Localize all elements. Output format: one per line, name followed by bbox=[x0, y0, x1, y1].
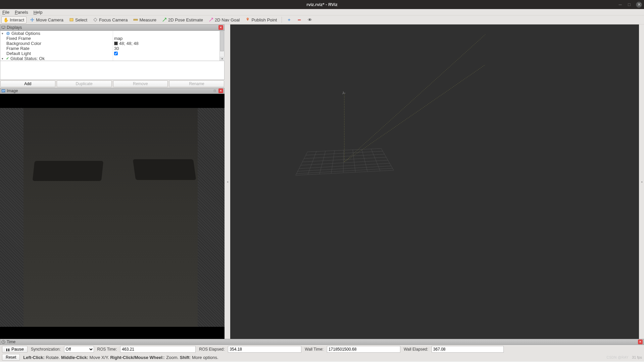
wall-time-label: Wall Time: bbox=[305, 347, 324, 352]
menu-panels[interactable]: Panels bbox=[15, 10, 28, 15]
add-button[interactable]: Add bbox=[0, 80, 55, 87]
maximize-icon[interactable]: □ bbox=[627, 2, 632, 7]
image-detach-icon[interactable]: □ bbox=[212, 88, 217, 93]
color-swatch[interactable] bbox=[114, 42, 118, 45]
splitter-left[interactable] bbox=[225, 24, 230, 339]
tree-default-light-label: Default Light bbox=[6, 51, 31, 56]
wall-elapsed-field[interactable] bbox=[432, 346, 504, 353]
svg-line-18 bbox=[308, 151, 316, 175]
time-panel-title: Time bbox=[7, 340, 637, 344]
tool-2d-nav-goal[interactable]: 2D Nav Goal bbox=[206, 16, 242, 23]
splitter-right[interactable] bbox=[639, 24, 644, 339]
svg-line-25 bbox=[381, 148, 394, 170]
tool-focus-camera-label: Focus Camera bbox=[99, 17, 128, 22]
svg-point-1 bbox=[94, 18, 97, 21]
ros-time-label: ROS Time: bbox=[97, 347, 117, 352]
globe-icon bbox=[6, 32, 10, 36]
image-icon bbox=[1, 89, 5, 93]
svg-line-27 bbox=[344, 35, 485, 162]
tree-bg-color-value[interactable]: 48; 48; 48 bbox=[119, 41, 139, 46]
tool-minus[interactable]: ━ bbox=[295, 16, 304, 23]
tool-2d-pose-estimate[interactable]: 2D Pose Estimate bbox=[160, 16, 205, 23]
tool-focus-camera[interactable]: Focus Camera bbox=[91, 16, 130, 23]
window-title: rviz.rviz* - RViz bbox=[306, 2, 338, 7]
wall-time-field[interactable] bbox=[327, 346, 400, 353]
clock-icon bbox=[1, 340, 5, 344]
menubar: File Panels Help bbox=[0, 9, 644, 15]
tree-frame-rate-value[interactable]: 30 bbox=[114, 46, 119, 51]
time-close-icon[interactable]: ✕ bbox=[638, 340, 643, 344]
image-viewport[interactable] bbox=[0, 94, 225, 339]
menu-help[interactable]: Help bbox=[34, 10, 43, 15]
ros-elapsed-field[interactable] bbox=[228, 346, 301, 353]
window-titlebar: rviz.rviz* - RViz ─ □ ✕ bbox=[0, 0, 644, 9]
tree-scrollbar[interactable]: ▾ bbox=[219, 31, 224, 61]
expand-icon[interactable]: ▾ bbox=[2, 32, 5, 35]
hand-icon: ✋ bbox=[4, 17, 8, 22]
tool-select[interactable]: Select bbox=[67, 16, 90, 23]
pause-icon bbox=[6, 347, 10, 352]
focus-icon bbox=[93, 17, 98, 22]
displays-tree[interactable]: ▾Global Options Fixed Framemap Backgroun… bbox=[0, 31, 219, 61]
expand-icon[interactable]: ▾ bbox=[2, 57, 5, 60]
tool-eye[interactable]: 👁 bbox=[305, 16, 314, 23]
displays-description bbox=[0, 61, 225, 80]
tool-2d-pose-label: 2D Pose Estimate bbox=[168, 17, 203, 22]
svg-line-17 bbox=[296, 152, 307, 175]
ros-elapsed-label: ROS Elapsed: bbox=[199, 347, 225, 352]
image-panel-header: Image □ ✕ bbox=[0, 88, 225, 94]
wall-elapsed-label: Wall Elapsed: bbox=[404, 347, 428, 352]
displays-panel-header: Displays ✕ bbox=[0, 24, 225, 31]
tool-move-camera-label: Move Camera bbox=[36, 17, 63, 22]
tool-2d-nav-label: 2D Nav Goal bbox=[215, 17, 240, 22]
tool-move-camera[interactable]: Move Camera bbox=[28, 16, 66, 23]
image-close-icon[interactable]: ✕ bbox=[218, 88, 223, 93]
svg-line-12 bbox=[301, 160, 388, 165]
svg-rect-4 bbox=[2, 26, 5, 28]
ros-time-field[interactable] bbox=[120, 346, 196, 353]
minimize-icon[interactable]: ─ bbox=[618, 2, 623, 7]
rename-button: Rename bbox=[169, 80, 224, 87]
time-panel-header: Time ✕ bbox=[0, 339, 644, 345]
displays-close-icon[interactable]: ✕ bbox=[218, 25, 223, 30]
tree-global-status: Global Status: Ok bbox=[10, 56, 45, 61]
arrow-pink-icon bbox=[209, 17, 213, 22]
duplicate-button: Duplicate bbox=[57, 80, 112, 87]
pause-button[interactable]: Pause bbox=[2, 346, 28, 353]
select-icon bbox=[69, 17, 74, 22]
svg-line-23 bbox=[362, 149, 367, 172]
fps-counter: 31 fps bbox=[632, 355, 642, 359]
remove-button: Remove bbox=[113, 80, 168, 87]
sync-label: Synchronization: bbox=[31, 347, 61, 352]
tool-select-label: Select bbox=[75, 17, 87, 22]
reset-button[interactable]: Reset bbox=[2, 354, 20, 361]
check-icon: ✓ bbox=[6, 56, 9, 61]
tool-interact[interactable]: ✋ Interact bbox=[1, 16, 27, 23]
close-icon[interactable]: ✕ bbox=[636, 2, 642, 8]
displays-panel-title: Displays bbox=[7, 25, 217, 30]
tool-measure[interactable]: Measure bbox=[131, 16, 159, 23]
3d-viewport[interactable] bbox=[230, 24, 639, 339]
sync-select[interactable]: Off bbox=[64, 346, 94, 353]
tree-fixed-frame-label: Fixed Frame bbox=[6, 36, 31, 41]
tool-interact-label: Interact bbox=[10, 17, 24, 22]
statusbar: Reset Left-Click: Rotate. Middle-Click: … bbox=[0, 353, 644, 361]
tree-frame-rate-label: Frame Rate bbox=[6, 46, 30, 51]
menu-file[interactable]: File bbox=[2, 10, 9, 15]
tool-plus[interactable]: ＋ bbox=[284, 16, 294, 23]
svg-rect-0 bbox=[70, 18, 73, 21]
plus-icon: ＋ bbox=[287, 17, 291, 22]
monitor-icon bbox=[1, 25, 5, 29]
tool-publish-point-label: Publish Point bbox=[251, 17, 277, 22]
default-light-checkbox[interactable] bbox=[114, 52, 118, 55]
tree-bg-color-label: Background Color bbox=[6, 41, 41, 46]
move-icon bbox=[30, 17, 35, 22]
svg-line-24 bbox=[371, 149, 380, 171]
minus-icon: ━ bbox=[297, 17, 302, 22]
eye-icon: 👁 bbox=[307, 17, 312, 22]
tool-publish-point[interactable]: Publish Point bbox=[243, 16, 279, 23]
pin-icon bbox=[245, 17, 250, 22]
tree-fixed-frame-value[interactable]: map bbox=[114, 36, 122, 41]
svg-line-14 bbox=[297, 166, 391, 171]
tree-global-options: Global Options bbox=[11, 31, 40, 36]
